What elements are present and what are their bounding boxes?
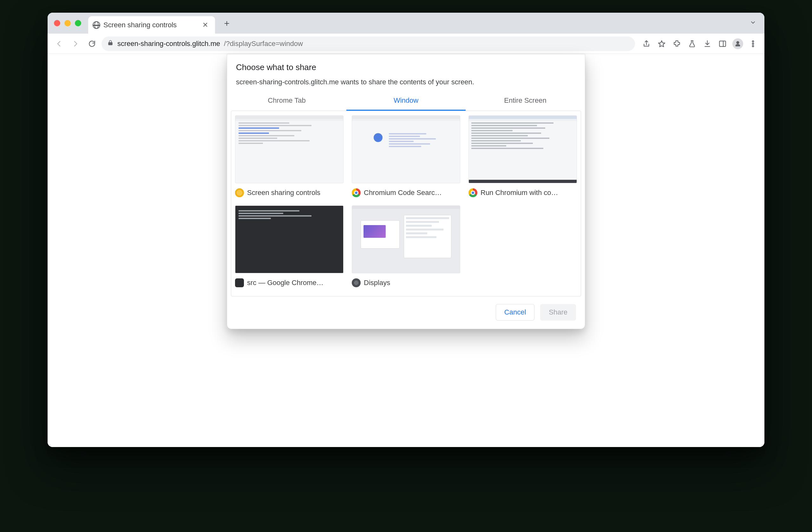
window-label: Displays (364, 279, 390, 287)
window-thumbnail (352, 115, 460, 183)
dialog-actions: Cancel Share (227, 296, 585, 321)
window-option[interactable]: Chromium Code Searc… (352, 115, 460, 197)
window-label: Chromium Code Searc… (364, 189, 442, 197)
window-thumbnail (352, 205, 460, 273)
close-window-button[interactable] (54, 20, 60, 26)
window-thumbnail (468, 115, 577, 183)
toolbar-actions (639, 37, 760, 51)
window-option[interactable]: src — Google Chrome… (235, 205, 344, 287)
url-path: /?displaySurface=window (224, 40, 303, 48)
tab-search-button[interactable] (746, 17, 760, 29)
window-thumbnail (235, 205, 344, 273)
cancel-button[interactable]: Cancel (496, 304, 535, 321)
window-option[interactable]: Screen sharing controls (235, 115, 344, 197)
tab-chrome-tab[interactable]: Chrome Tab (227, 92, 346, 110)
minimize-window-button[interactable] (64, 20, 71, 26)
system-preferences-icon (352, 278, 361, 287)
share-page-button[interactable] (639, 37, 653, 51)
menu-button[interactable] (746, 37, 760, 51)
reload-button[interactable] (85, 37, 99, 51)
bookmark-button[interactable] (655, 37, 669, 51)
url-host: screen-sharing-controls.glitch.me (117, 40, 220, 48)
svg-rect-0 (720, 41, 726, 46)
lock-icon (107, 40, 114, 48)
back-button[interactable] (52, 37, 66, 51)
extensions-button[interactable] (670, 37, 684, 51)
dialog-title: Choose what to share (227, 61, 585, 75)
tab-title: Screen sharing controls (103, 21, 177, 29)
page-content: Choose what to share screen-sharing-cont… (47, 54, 765, 447)
window-option[interactable]: Displays (352, 205, 460, 287)
terminal-icon (235, 278, 244, 287)
share-picker-dialog: Choose what to share screen-sharing-cont… (227, 54, 585, 329)
window-controls (54, 20, 81, 26)
side-panel-button[interactable] (715, 37, 729, 51)
chrome-canary-icon (235, 188, 244, 197)
toolbar: screen-sharing-controls.glitch.me/?displ… (47, 34, 765, 54)
svg-point-3 (752, 45, 754, 47)
fullscreen-window-button[interactable] (75, 20, 81, 26)
svg-point-1 (752, 41, 754, 42)
downloads-button[interactable] (700, 37, 714, 51)
profile-button[interactable] (731, 37, 745, 51)
window-label: Run Chromium with co… (480, 189, 558, 197)
labs-button[interactable] (685, 37, 699, 51)
browser-window: Screen sharing controls ✕ ＋ screen-shari… (47, 13, 765, 447)
close-tab-button[interactable]: ✕ (201, 20, 209, 30)
share-button: Share (540, 304, 576, 321)
tab-entire-screen[interactable]: Entire Screen (466, 92, 585, 110)
tab-window[interactable]: Window (346, 92, 466, 110)
share-source-tabs: Chrome Tab Window Entire Screen (227, 92, 585, 110)
window-grid: Screen sharing controls (231, 110, 581, 296)
svg-point-2 (752, 43, 754, 44)
address-bar[interactable]: screen-sharing-controls.glitch.me/?displ… (102, 36, 635, 51)
forward-button[interactable] (69, 37, 83, 51)
window-label: src — Google Chrome… (247, 279, 323, 287)
chrome-icon (468, 188, 477, 197)
dialog-subtitle: screen-sharing-controls.glitch.me wants … (227, 75, 585, 92)
window-thumbnail (235, 115, 344, 183)
new-tab-button[interactable]: ＋ (221, 17, 233, 29)
globe-icon (92, 21, 100, 29)
chrome-icon (352, 188, 361, 197)
tab-strip: Screen sharing controls ✕ ＋ (47, 13, 765, 34)
window-option[interactable]: Run Chromium with co… (468, 115, 577, 197)
browser-tab[interactable]: Screen sharing controls ✕ (88, 16, 215, 34)
window-label: Screen sharing controls (247, 189, 320, 197)
